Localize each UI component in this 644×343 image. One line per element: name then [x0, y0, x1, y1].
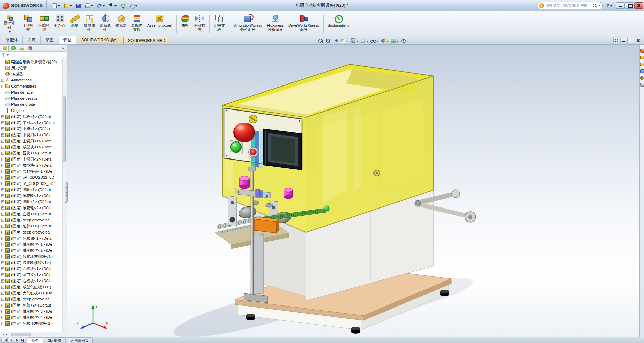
ribbon-button[interactable]: SimulationXpress 分析向导: [231, 13, 265, 35]
task-pane-tab[interactable]: [640, 81, 644, 88]
tree-expand-toggle[interactable]: +: [1, 310, 4, 313]
tree-item[interactable]: + (固定) 包胶轮左侧块<1>: [0, 253, 62, 260]
tree-expand-toggle[interactable]: +: [1, 170, 4, 173]
dropdown-caret-icon[interactable]: [377, 41, 379, 43]
ribbon-button[interactable]: 对称检 查: [192, 13, 208, 35]
dropdown-caret-icon[interactable]: [346, 41, 348, 43]
panel-overflow-chevron[interactable]: »: [62, 46, 65, 50]
view-tool-button[interactable]: [370, 38, 379, 44]
panel-horizontal-scrollbar[interactable]: [0, 332, 66, 337]
toolbar-button[interactable]: [107, 2, 118, 9]
tree-expand-toggle[interactable]: +: [1, 182, 4, 185]
tree-expand-toggle[interactable]: +: [1, 127, 4, 130]
tree-expand-toggle[interactable]: +: [1, 200, 4, 203]
ribbon-button[interactable]: 孔对齐: [52, 13, 68, 35]
machine-3d-model[interactable]: [67, 45, 639, 337]
tree-expand-toggle[interactable]: +: [1, 79, 4, 82]
doc-window-button[interactable]: [635, 38, 641, 43]
tree-item[interactable]: + (固定) 左槽块<1> (Défa: [0, 266, 62, 272]
tree-expand-toggle[interactable]: +: [1, 322, 4, 325]
tree-item[interactable]: + (固定) 气缸接头<1> (Dé: [0, 168, 62, 174]
emergency-stop-button[interactable]: [234, 123, 255, 142]
tree-item[interactable]: + (固定) 包胶<2> (Défaut: [0, 302, 62, 308]
tree-item[interactable]: + (固定) 滚花轮<1> (Défa: [0, 193, 62, 199]
tree-item[interactable]: + (固定) 底板<1> (Défaut: [0, 114, 62, 120]
tree-item[interactable]: + (固定) 上切刀<2> (Défa: [0, 156, 62, 162]
search-icon[interactable]: [592, 3, 597, 8]
view-tool-button[interactable]: [350, 38, 359, 44]
ribbon-button[interactable]: 质量属 性: [81, 13, 97, 35]
tree-item[interactable]: + Commentaires: [0, 83, 62, 89]
search-input[interactable]: [545, 4, 591, 8]
tree-item[interactable]: + (固定) rA_CDQ2B32_5D: [0, 180, 62, 187]
tree-item[interactable]: 历史记录: [0, 65, 62, 71]
tree-item[interactable]: + (固定) 轴承螺丝<3> (Dé: [0, 308, 62, 314]
tab-scroll-icon[interactable]: [14, 338, 19, 343]
commandmanager-tab[interactable]: 评估: [59, 36, 76, 44]
task-pane-tab[interactable]: [640, 54, 644, 61]
tree-item[interactable]: + (固定) 胶轮<1> (Défaut: [0, 187, 62, 193]
ribbon-button[interactable]: 测量: [68, 13, 81, 35]
tree-item[interactable]: + (固定) 胶轮<2> (Défaut: [0, 199, 62, 205]
search-box[interactable]: ?: [537, 2, 603, 9]
task-pane-tab[interactable]: [640, 68, 644, 74]
selector-knob[interactable]: [249, 115, 257, 123]
tab-scroll-icon[interactable]: [1, 338, 7, 343]
tree-item[interactable]: 传感器: [0, 71, 62, 77]
doc-window-button[interactable]: [613, 38, 620, 43]
dropdown-caret-icon[interactable]: [58, 5, 60, 8]
tree-item[interactable]: + (固定) 轴承螺丝<1> (Dé: [0, 241, 62, 247]
dropdown-caret-icon[interactable]: [387, 41, 389, 43]
commandmanager-tab[interactable]: 草图: [41, 36, 58, 44]
filter-funnel-icon[interactable]: [1, 53, 6, 57]
panel-tab[interactable]: [26, 45, 34, 51]
commandmanager-tab[interactable]: SOLIDWORKS 插件: [77, 36, 123, 44]
tree-item[interactable]: 电阻自动折弯脚设备(切20): [0, 59, 62, 65]
tree-expand-toggle[interactable]: +: [1, 146, 4, 149]
tree-expand-toggle[interactable]: +: [1, 261, 4, 264]
panel-splitter-handle[interactable]: [65, 182, 68, 203]
tree-expand-toggle[interactable]: +: [1, 231, 4, 234]
tree-item[interactable]: + (固定) 立板<1> (Défaut: [0, 211, 62, 217]
doc-window-button[interactable]: [627, 38, 634, 43]
tree-expand-toggle[interactable]: +: [1, 255, 4, 258]
ribbon-button[interactable]: AssemblyXpert: [145, 13, 175, 35]
tree-expand-toggle[interactable]: +: [1, 158, 4, 161]
scroll-right-icon[interactable]: [6, 333, 9, 336]
tree-item[interactable]: + (固定) 成型块<2> (Défa: [0, 162, 62, 168]
tree-item[interactable]: + (固定) 大气缸板<1> (Dé: [0, 290, 62, 296]
start-button-green[interactable]: [230, 140, 243, 153]
doc-window-button[interactable]: [620, 38, 627, 43]
tree-item[interactable]: + (固定) 半成品<1> (Défaut: [0, 120, 62, 126]
view-tool-button[interactable]: [380, 38, 389, 44]
tree-expand-toggle[interactable]: +: [1, 243, 4, 246]
toolbar-button[interactable]: [95, 2, 106, 9]
view-tool-button[interactable]: [401, 38, 409, 44]
tree-expand-toggle[interactable]: +: [1, 85, 4, 88]
help-menu[interactable]: ?: [606, 3, 612, 8]
ribbon-button[interactable]: 传感器: [113, 13, 129, 35]
search-options-caret-icon[interactable]: [598, 5, 600, 7]
task-pane-tab[interactable]: [640, 74, 644, 81]
scrollbar-thumb[interactable]: [11, 333, 31, 336]
tree-expand-toggle[interactable]: +: [1, 267, 4, 270]
tree-expand-toggle[interactable]: +: [1, 115, 4, 118]
panel-tab[interactable]: [18, 45, 26, 51]
tree-item[interactable]: + Annotations: [0, 77, 62, 83]
ribbon-button[interactable]: 剖面属 性: [97, 13, 113, 35]
tree-expand-toggle[interactable]: +: [1, 188, 4, 191]
task-pane-tab[interactable]: [640, 61, 644, 68]
tree-expand-toggle[interactable]: +: [1, 237, 4, 240]
tree-item[interactable]: Plan de dessus: [0, 95, 62, 101]
dropdown-caret-icon[interactable]: [366, 41, 368, 43]
window-control-button[interactable]: [634, 2, 643, 9]
tree-item[interactable]: + (固定) deep groove ba: [0, 217, 62, 223]
tree-item[interactable]: + (固定) 上切刀<1> (Défa: [0, 138, 62, 144]
tree-item[interactable]: + (固定) deep groove ba: [0, 229, 62, 235]
scrollbar-thumb[interactable]: [63, 96, 66, 162]
tree-item[interactable]: + (固定) 下切刀<1> (Défa: [0, 132, 62, 138]
tree-expand-toggle[interactable]: +: [1, 164, 4, 167]
view-tool-button[interactable]: [390, 38, 399, 44]
tree-item[interactable]: Origine: [0, 107, 62, 114]
adjust-knob-magenta-1[interactable]: [239, 176, 250, 189]
